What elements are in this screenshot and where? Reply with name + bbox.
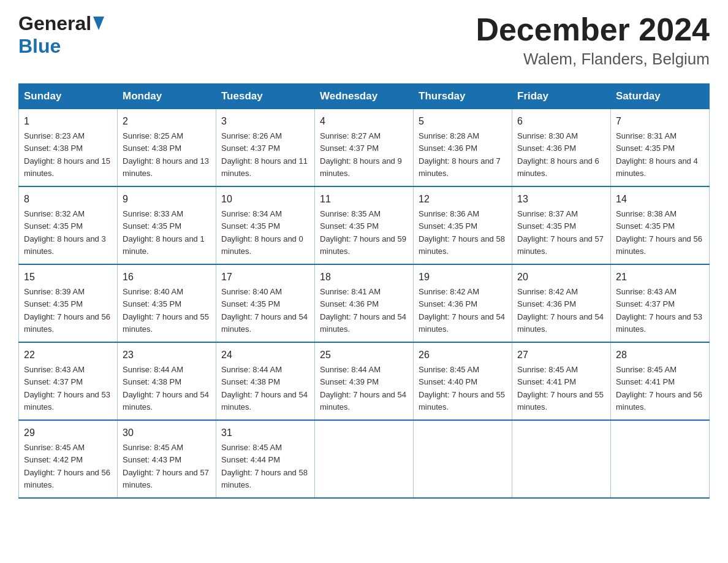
calendar-cell: 20 Sunrise: 8:42 AMSunset: 4:36 PMDaylig… [512, 264, 611, 342]
day-info: Sunrise: 8:38 AMSunset: 4:35 PMDaylight:… [616, 209, 702, 256]
day-number: 17 [221, 270, 309, 285]
day-number: 16 [123, 270, 211, 285]
calendar-cell: 24 Sunrise: 8:44 AMSunset: 4:38 PMDaylig… [216, 342, 315, 420]
calendar-cell: 6 Sunrise: 8:30 AMSunset: 4:36 PMDayligh… [512, 109, 611, 187]
calendar-cell: 30 Sunrise: 8:45 AMSunset: 4:43 PMDaylig… [118, 420, 216, 498]
day-info: Sunrise: 8:43 AMSunset: 4:37 PMDaylight:… [24, 365, 110, 412]
day-info: Sunrise: 8:41 AMSunset: 4:36 PMDaylight:… [320, 287, 406, 334]
day-number: 15 [24, 270, 112, 285]
day-info: Sunrise: 8:32 AMSunset: 4:35 PMDaylight:… [24, 209, 106, 256]
day-number: 30 [123, 426, 211, 440]
day-number: 5 [419, 114, 507, 129]
calendar-cell: 11 Sunrise: 8:35 AMSunset: 4:35 PMDaylig… [315, 186, 414, 264]
col-header-saturday: Saturday [611, 84, 710, 109]
calendar-cell: 18 Sunrise: 8:41 AMSunset: 4:36 PMDaylig… [315, 264, 414, 342]
calendar-cell: 27 Sunrise: 8:45 AMSunset: 4:41 PMDaylig… [512, 342, 611, 420]
day-number: 28 [616, 348, 704, 362]
calendar-cell: 2 Sunrise: 8:25 AMSunset: 4:38 PMDayligh… [118, 109, 216, 187]
day-number: 31 [221, 426, 309, 440]
week-row-5: 29 Sunrise: 8:45 AMSunset: 4:42 PMDaylig… [19, 420, 710, 498]
calendar-cell: 5 Sunrise: 8:28 AMSunset: 4:36 PMDayligh… [414, 109, 512, 187]
day-number: 12 [419, 192, 507, 207]
day-number: 8 [24, 192, 112, 207]
calendar-cell: 1 Sunrise: 8:23 AMSunset: 4:38 PMDayligh… [19, 109, 118, 187]
calendar-cell: 31 Sunrise: 8:45 AMSunset: 4:44 PMDaylig… [216, 420, 315, 498]
day-info: Sunrise: 8:40 AMSunset: 4:35 PMDaylight:… [221, 287, 308, 334]
col-header-sunday: Sunday [19, 84, 118, 109]
day-info: Sunrise: 8:39 AMSunset: 4:35 PMDaylight:… [24, 287, 110, 334]
calendar-cell: 9 Sunrise: 8:33 AMSunset: 4:35 PMDayligh… [118, 186, 216, 264]
calendar-cell [414, 420, 512, 498]
calendar-cell: 26 Sunrise: 8:45 AMSunset: 4:40 PMDaylig… [414, 342, 512, 420]
day-number: 1 [24, 114, 112, 129]
calendar-cell [512, 420, 611, 498]
calendar-cell: 14 Sunrise: 8:38 AMSunset: 4:35 PMDaylig… [611, 186, 710, 264]
day-number: 19 [419, 270, 507, 285]
calendar-header-row: SundayMondayTuesdayWednesdayThursdayFrid… [19, 84, 710, 109]
day-number: 7 [616, 114, 704, 129]
day-info: Sunrise: 8:44 AMSunset: 4:39 PMDaylight:… [320, 365, 406, 412]
day-info: Sunrise: 8:44 AMSunset: 4:38 PMDaylight:… [221, 365, 308, 412]
day-number: 21 [616, 270, 704, 285]
day-number: 26 [419, 348, 507, 362]
day-number: 9 [123, 192, 211, 207]
col-header-friday: Friday [512, 84, 611, 109]
day-number: 10 [221, 192, 309, 207]
week-row-3: 15 Sunrise: 8:39 AMSunset: 4:35 PMDaylig… [19, 264, 710, 342]
day-info: Sunrise: 8:42 AMSunset: 4:36 PMDaylight:… [419, 287, 505, 334]
calendar-cell: 7 Sunrise: 8:31 AMSunset: 4:35 PMDayligh… [611, 109, 710, 187]
col-header-monday: Monday [118, 84, 216, 109]
day-number: 6 [517, 114, 605, 129]
day-info: Sunrise: 8:42 AMSunset: 4:36 PMDaylight:… [517, 287, 604, 334]
day-number: 20 [517, 270, 605, 285]
col-header-wednesday: Wednesday [315, 84, 414, 109]
day-info: Sunrise: 8:36 AMSunset: 4:35 PMDaylight:… [419, 209, 505, 256]
day-number: 14 [616, 192, 704, 207]
calendar-cell: 25 Sunrise: 8:44 AMSunset: 4:39 PMDaylig… [315, 342, 414, 420]
calendar-cell [611, 420, 710, 498]
col-header-tuesday: Tuesday [216, 84, 315, 109]
calendar-cell: 10 Sunrise: 8:34 AMSunset: 4:35 PMDaylig… [216, 186, 315, 264]
day-info: Sunrise: 8:30 AMSunset: 4:36 PMDaylight:… [517, 131, 599, 178]
day-number: 23 [123, 348, 211, 362]
calendar-cell: 21 Sunrise: 8:43 AMSunset: 4:37 PMDaylig… [611, 264, 710, 342]
calendar-cell [315, 420, 414, 498]
logo-blue-text: Blue [18, 35, 61, 57]
day-info: Sunrise: 8:45 AMSunset: 4:44 PMDaylight:… [221, 443, 308, 489]
day-info: Sunrise: 8:33 AMSunset: 4:35 PMDaylight:… [123, 209, 205, 256]
logo-general-text: General [18, 12, 91, 35]
day-info: Sunrise: 8:35 AMSunset: 4:35 PMDaylight:… [320, 209, 406, 256]
logo-arrow-icon [93, 17, 104, 33]
day-info: Sunrise: 8:45 AMSunset: 4:40 PMDaylight:… [419, 365, 505, 412]
day-number: 11 [320, 192, 408, 207]
calendar-cell: 19 Sunrise: 8:42 AMSunset: 4:36 PMDaylig… [414, 264, 512, 342]
day-info: Sunrise: 8:27 AMSunset: 4:37 PMDaylight:… [320, 131, 402, 178]
day-info: Sunrise: 8:45 AMSunset: 4:42 PMDaylight:… [24, 443, 110, 489]
day-info: Sunrise: 8:45 AMSunset: 4:43 PMDaylight:… [123, 443, 209, 489]
day-info: Sunrise: 8:23 AMSunset: 4:38 PMDaylight:… [24, 131, 110, 178]
day-info: Sunrise: 8:28 AMSunset: 4:36 PMDaylight:… [419, 131, 501, 178]
svg-marker-0 [93, 17, 104, 30]
calendar-cell: 12 Sunrise: 8:36 AMSunset: 4:35 PMDaylig… [414, 186, 512, 264]
day-info: Sunrise: 8:43 AMSunset: 4:37 PMDaylight:… [616, 287, 702, 334]
day-info: Sunrise: 8:31 AMSunset: 4:35 PMDaylight:… [616, 131, 698, 178]
page-header: General Blue December 2024 Walem, Flande… [18, 12, 710, 69]
calendar-cell: 8 Sunrise: 8:32 AMSunset: 4:35 PMDayligh… [19, 186, 118, 264]
location-subtitle: Walem, Flanders, Belgium [476, 50, 710, 69]
calendar-cell: 29 Sunrise: 8:45 AMSunset: 4:42 PMDaylig… [19, 420, 118, 498]
col-header-thursday: Thursday [414, 84, 512, 109]
day-number: 24 [221, 348, 309, 362]
week-row-2: 8 Sunrise: 8:32 AMSunset: 4:35 PMDayligh… [19, 186, 710, 264]
calendar-cell: 3 Sunrise: 8:26 AMSunset: 4:37 PMDayligh… [216, 109, 315, 187]
day-info: Sunrise: 8:45 AMSunset: 4:41 PMDaylight:… [616, 365, 702, 412]
day-number: 2 [123, 114, 211, 129]
day-info: Sunrise: 8:45 AMSunset: 4:41 PMDaylight:… [517, 365, 604, 412]
day-number: 25 [320, 348, 408, 362]
day-number: 18 [320, 270, 408, 285]
calendar-table: SundayMondayTuesdayWednesdayThursdayFrid… [18, 83, 710, 499]
calendar-cell: 15 Sunrise: 8:39 AMSunset: 4:35 PMDaylig… [19, 264, 118, 342]
week-row-1: 1 Sunrise: 8:23 AMSunset: 4:38 PMDayligh… [19, 109, 710, 187]
title-area: December 2024 Walem, Flanders, Belgium [476, 12, 710, 69]
day-number: 27 [517, 348, 605, 362]
day-info: Sunrise: 8:44 AMSunset: 4:38 PMDaylight:… [123, 365, 209, 412]
